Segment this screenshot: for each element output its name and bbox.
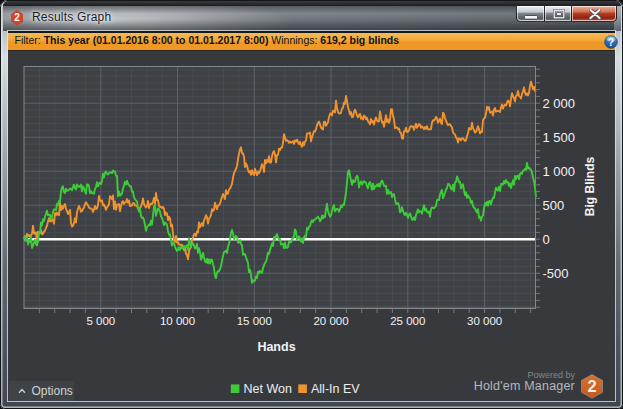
svg-text:5 000: 5 000 — [86, 315, 115, 327]
svg-text:2: 2 — [14, 12, 20, 23]
svg-text:15 000: 15 000 — [237, 315, 272, 327]
svg-text:20 000: 20 000 — [313, 315, 348, 327]
svg-text:Net Won: Net Won — [244, 382, 292, 396]
svg-text:Hands: Hands — [257, 340, 295, 354]
svg-text:10 000: 10 000 — [160, 315, 195, 327]
svg-text:30 000: 30 000 — [467, 315, 502, 327]
svg-text:All-In EV: All-In EV — [311, 382, 360, 396]
svg-text:0: 0 — [543, 232, 550, 247]
svg-text:2: 2 — [587, 376, 596, 394]
svg-text:25 000: 25 000 — [390, 315, 425, 327]
svg-text:-500: -500 — [543, 266, 569, 281]
svg-text:500: 500 — [543, 198, 565, 213]
svg-text:2 000: 2 000 — [543, 96, 576, 111]
svg-text:?: ? — [607, 35, 613, 47]
svg-text:1 500: 1 500 — [543, 130, 576, 145]
svg-text:Big Blinds: Big Blinds — [583, 157, 597, 217]
svg-text:1 000: 1 000 — [543, 164, 576, 179]
